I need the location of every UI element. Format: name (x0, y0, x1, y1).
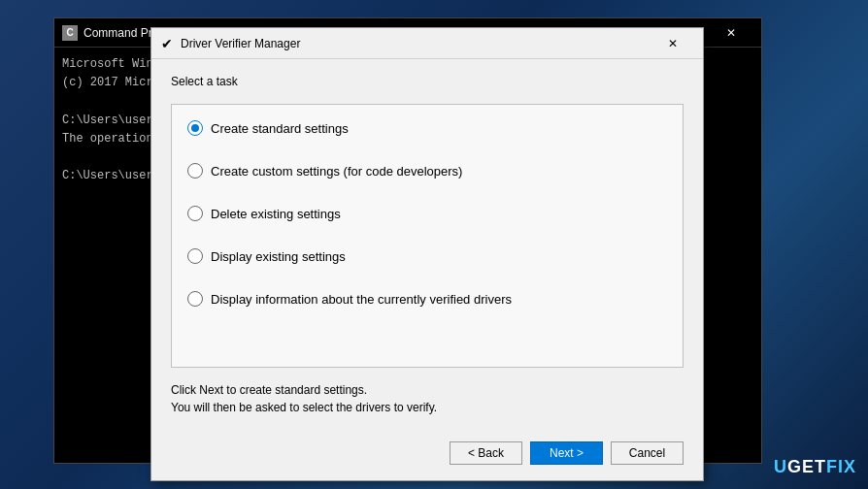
dialog-title: Driver Verifier Manager (181, 37, 645, 50)
radio-delete-existing (187, 206, 203, 221)
option-delete-existing-label: Delete existing settings (211, 207, 341, 221)
watermark-u: U (774, 457, 787, 476)
info-line-1: Click Next to create standard settings. (171, 383, 684, 397)
back-button[interactable]: < Back (450, 441, 522, 465)
option-delete-existing[interactable]: Delete existing settings (187, 206, 667, 221)
watermark-get: GET (787, 457, 826, 476)
radio-create-standard (187, 120, 203, 136)
option-create-standard[interactable]: Create standard settings (187, 120, 667, 136)
option-create-standard-label: Create standard settings (211, 121, 349, 136)
info-section: Click Next to create standard settings. … (171, 383, 684, 418)
option-display-existing[interactable]: Display existing settings (187, 248, 667, 264)
option-display-existing-label: Display existing settings (211, 249, 346, 264)
watermark: UGETFIX (774, 457, 856, 477)
section-label: Select a task (171, 75, 684, 88)
option-create-custom[interactable]: Create custom settings (for code develop… (187, 163, 667, 179)
cmd-icon: C (62, 25, 78, 41)
dialog-icon: ✔ (159, 36, 175, 51)
options-area: Create standard settings Create custom s… (171, 104, 684, 368)
radio-create-custom (187, 163, 203, 179)
option-display-info-label: Display information about the currently … (211, 292, 512, 307)
dialog-close-button[interactable]: ✕ (651, 29, 695, 58)
option-display-info[interactable]: Display information about the currently … (187, 291, 667, 307)
driver-verifier-dialog: ✔ Driver Verifier Manager ✕ Select a tas… (150, 27, 704, 481)
next-button[interactable]: Next > (530, 441, 603, 465)
dialog-body: Select a task Create standard settings C… (151, 59, 703, 480)
info-line-2: You will then be asked to select the dri… (171, 401, 684, 414)
button-row: < Back Next > Cancel (171, 434, 684, 465)
watermark-fix: FIX (826, 457, 856, 476)
cancel-button[interactable]: Cancel (611, 441, 684, 465)
radio-display-info (187, 291, 203, 307)
radio-display-existing (187, 248, 203, 264)
cmd-close-button[interactable]: ✕ (709, 18, 753, 48)
option-create-custom-label: Create custom settings (for code develop… (211, 164, 462, 179)
dialog-titlebar: ✔ Driver Verifier Manager ✕ (151, 28, 703, 59)
